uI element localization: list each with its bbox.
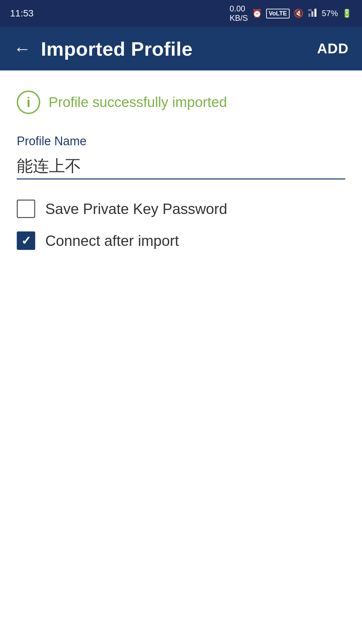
status-bar: 11:53 0.00 KB/S ⏰ VoLTE 🔇 4G 57% 🔋 [0,0,362,27]
save-private-key-checkbox[interactable] [17,200,35,218]
checkbox-section: Save Private Key Password ✓ Connect afte… [17,200,345,250]
svg-marker-2 [314,9,316,17]
status-icons: 0.00 KB/S ⏰ VoLTE 🔇 4G 57% 🔋 [230,4,352,23]
save-private-key-label: Save Private Key Password [45,201,227,217]
info-icon: i [17,91,40,114]
volte-badge: VoLTE [266,9,290,18]
save-private-key-row[interactable]: Save Private Key Password [17,200,345,218]
app-bar-left: ← Imported Profile [13,38,193,60]
app-bar: ← Imported Profile ADD [0,27,362,70]
svg-marker-1 [311,11,313,17]
profile-name-input[interactable] [17,153,345,179]
svg-marker-0 [308,13,310,17]
profile-name-label: Profile Name [17,134,345,148]
profile-name-section: Profile Name [17,134,345,179]
content-area: i Profile successfully imported Profile … [0,70,362,263]
add-button[interactable]: ADD [317,41,349,57]
svg-text:4G: 4G [308,8,312,12]
battery-indicator: 57% [322,9,338,18]
mute-icon: 🔇 [294,9,304,18]
signal-icon: 4G [308,7,318,19]
page-title: Imported Profile [41,38,193,60]
battery-icon: 🔋 [342,9,352,18]
connect-after-import-row[interactable]: ✓ Connect after import [17,231,345,250]
connect-after-import-label: Connect after import [45,232,179,249]
speed-indicator: 0.00 KB/S [230,4,248,23]
status-time: 11:53 [10,8,34,19]
alarm-icon: ⏰ [252,9,262,18]
success-message: Profile successfully imported [49,94,227,110]
connect-after-import-checkbox[interactable]: ✓ [17,231,35,250]
back-button[interactable]: ← [13,39,31,59]
success-banner: i Profile successfully imported [17,91,345,114]
checkmark-icon: ✓ [21,234,31,248]
